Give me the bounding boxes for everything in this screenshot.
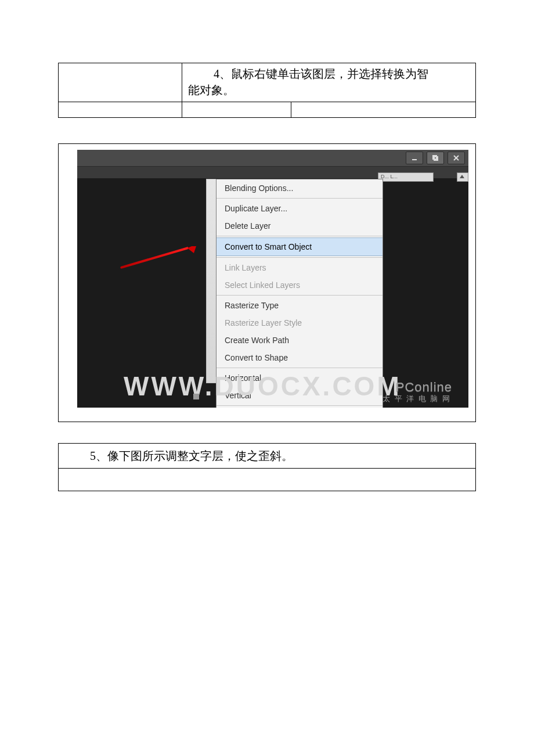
menu-separator bbox=[217, 295, 383, 296]
watermark-big: WWW.DUOCX.COM bbox=[124, 370, 402, 402]
truncated-tooltip: D... L... bbox=[378, 172, 434, 182]
minimize-button[interactable] bbox=[406, 152, 423, 164]
step4-r2c3 bbox=[291, 102, 476, 118]
close-button[interactable] bbox=[448, 152, 465, 164]
step4-line1: 4、鼠标右键单击该图层，并选择转换为智 bbox=[188, 66, 470, 82]
watermark-dot bbox=[193, 394, 199, 399]
menu-separator bbox=[217, 236, 383, 236]
watermark-brand: PConline bbox=[396, 380, 452, 395]
menu-create-work-path[interactable]: Create Work Path bbox=[217, 332, 383, 349]
step4-r2c2 bbox=[182, 102, 291, 118]
step4-r2c1 bbox=[59, 102, 182, 118]
menu-duplicate-layer[interactable]: Duplicate Layer... bbox=[217, 200, 383, 217]
menu-blending-options[interactable]: Blending Options... bbox=[217, 179, 383, 197]
menu-separator bbox=[217, 368, 383, 368]
step4-cell-left bbox=[59, 63, 182, 102]
screenshot-frame: D... L... Blending Options... Duplicate … bbox=[58, 143, 476, 422]
step5-table: 5、像下图所示调整文字层，使之歪斜。 bbox=[58, 443, 476, 491]
minimize-icon bbox=[411, 154, 418, 161]
window-titlebar bbox=[77, 150, 468, 167]
menu-rasterize-type[interactable]: Rasterize Type bbox=[217, 297, 383, 314]
step5-text: 5、像下图所示调整文字层，使之歪斜。 bbox=[64, 448, 470, 464]
annotation-arrow bbox=[99, 246, 221, 269]
menu-separator bbox=[217, 257, 383, 258]
menu-separator bbox=[217, 198, 383, 199]
maximize-button[interactable] bbox=[427, 152, 444, 164]
step4-line2: 能对象。 bbox=[188, 84, 234, 96]
screenshot: D... L... Blending Options... Duplicate … bbox=[77, 150, 468, 408]
menu-none-truncated[interactable]: N... bbox=[217, 407, 383, 408]
menu-link-layers[interactable]: Link Layers bbox=[217, 259, 383, 276]
menu-select-linked-layers[interactable]: Select Linked Layers bbox=[217, 276, 383, 294]
step4-cell-text: 4、鼠标右键单击该图层，并选择转换为智 能对象。 bbox=[182, 63, 476, 102]
menu-rasterize-layer-style[interactable]: Rasterize Layer Style bbox=[217, 314, 383, 332]
scroll-up-button[interactable] bbox=[457, 172, 468, 182]
watermark-sub: 太 平 洋 电 脑 网 bbox=[383, 394, 451, 404]
step5-empty-cell bbox=[59, 469, 476, 491]
menu-separator bbox=[217, 405, 383, 406]
maximize-icon bbox=[432, 154, 439, 161]
menu-delete-layer[interactable]: Delete Layer bbox=[217, 217, 383, 235]
window-subbar: D... L... bbox=[77, 167, 468, 178]
menu-convert-smart-object[interactable]: Convert to Smart Object bbox=[217, 237, 383, 256]
svg-marker-5 bbox=[187, 246, 197, 253]
step5-text-cell: 5、像下图所示调整文字层，使之歪斜。 bbox=[59, 444, 476, 469]
close-icon bbox=[453, 154, 460, 161]
step4-table: 4、鼠标右键单击该图层，并选择转换为智 能对象。 bbox=[58, 63, 476, 118]
menu-convert-to-shape[interactable]: Convert to Shape bbox=[217, 349, 383, 366]
